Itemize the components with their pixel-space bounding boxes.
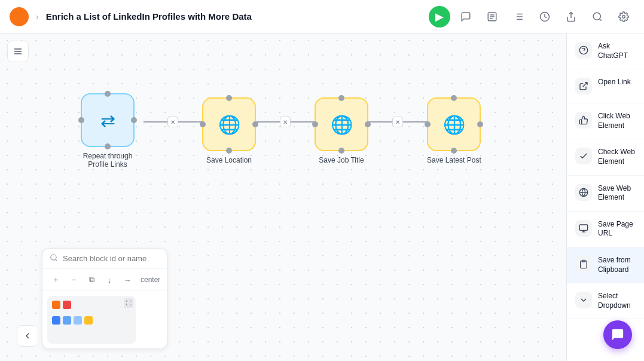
node-latestpost-label: Save Latest Post [427, 156, 481, 164]
canvas-area[interactable]: ⇄ Repeat through Profile Links ✕ 🌐 [0, 33, 566, 361]
menu-items-container: Ask ChatGPT Open Link Click Web Element … [567, 33, 644, 319]
node-jobtitle-label: Save Job Title [319, 156, 364, 164]
check-web-element-icon [575, 148, 592, 164]
click-web-element-icon [575, 112, 592, 129]
save-web-element-icon [575, 184, 592, 201]
dot-top [105, 91, 111, 97]
search-panel: ＋ － ⧉ ↓ → center [42, 248, 167, 349]
connector-3: ✕ [368, 117, 427, 127]
center-label: center [141, 276, 160, 284]
menu-item-save-web-element[interactable]: Save Web Element [567, 176, 644, 212]
preview-dot-red [63, 301, 71, 309]
save-page-url-label: Save Page URL [598, 220, 636, 238]
sidebar-toggle-button[interactable] [7, 41, 29, 62]
preview-dots-row [47, 296, 136, 311]
dot-bottom-3 [338, 148, 344, 154]
connector-x-3[interactable]: ✕ [392, 117, 403, 127]
preview-dot-blue2 [63, 316, 71, 325]
dot-bottom-4 [451, 148, 457, 154]
dot-right-2 [252, 121, 258, 127]
search-button[interactable] [587, 6, 608, 27]
play-button[interactable]: ▶ [429, 6, 450, 27]
minus-button[interactable]: － [66, 273, 81, 287]
dot-top-4 [451, 95, 457, 101]
repeat-icon: ⇄ [100, 110, 115, 131]
move-right-button[interactable]: → [120, 273, 135, 287]
connector-x-1[interactable]: ✕ [167, 117, 178, 127]
list-button[interactable] [508, 6, 529, 27]
menu-item-select-dropdown[interactable]: Select Dropdown [567, 283, 644, 319]
logo [10, 7, 29, 26]
globe-icon-3: 🌐 [443, 114, 465, 135]
main-area: ⇄ Repeat through Profile Links ✕ 🌐 [0, 33, 644, 361]
expand-icon[interactable]: ⛶ [124, 298, 133, 308]
dot-left-4 [425, 121, 431, 127]
menu-item-ask-chatgpt[interactable]: Ask ChatGPT [567, 33, 644, 69]
add-button[interactable]: ＋ [48, 273, 63, 287]
save-from-clipboard-icon [575, 256, 592, 273]
move-down-button[interactable]: ↓ [102, 273, 117, 287]
node-repeat-profile[interactable]: ⇄ Repeat through Profile Links [72, 93, 144, 169]
toolbar-row: ＋ － ⧉ ↓ → center [42, 269, 167, 291]
chat-button[interactable] [603, 320, 632, 349]
ask-chatgpt-label: Ask ChatGPT [598, 42, 636, 60]
dot-right-3 [365, 121, 371, 127]
preview-dots-row-2 [47, 311, 136, 327]
connector-x-2[interactable]: ✕ [280, 117, 291, 127]
preview-inner: ⛶ [47, 296, 136, 344]
search-input-row [42, 249, 167, 269]
preview-dot-blue1 [52, 316, 60, 325]
right-panel: Ask ChatGPT Open Link Click Web Element … [566, 33, 644, 361]
dot-top-3 [338, 95, 344, 101]
node-location-label: Save Location [206, 156, 252, 164]
search-icon [50, 253, 58, 264]
preview-dot-blue3 [74, 316, 82, 325]
dot-bottom [105, 143, 111, 149]
history-button[interactable] [534, 6, 556, 27]
menu-item-check-web-element[interactable]: Check Web Element [567, 139, 644, 175]
node-save-location[interactable]: 🌐 Save Location [202, 97, 256, 164]
svg-rect-25 [579, 225, 587, 230]
back-button[interactable] [17, 325, 38, 347]
page-title: Enrich a List of LinkedIn Profiles with … [46, 11, 422, 22]
svg-point-12 [593, 13, 600, 20]
notes-button[interactable] [481, 6, 503, 27]
svg-line-19 [56, 259, 57, 261]
preview-block: ⛶ [42, 291, 167, 348]
node-save-latest-post[interactable]: 🌐 Save Latest Post [427, 97, 481, 164]
save-from-clipboard-label: Save from Clipboard [598, 256, 636, 274]
menu-item-click-web-element[interactable]: Click Web Element [567, 103, 644, 139]
header: › Enrich a List of LinkedIn Profiles wit… [0, 0, 644, 33]
connector-1: ✕ [144, 117, 202, 127]
breadcrumb-chevron: › [36, 12, 39, 22]
copy-button[interactable]: ⧉ [84, 273, 99, 287]
node-save-job-title[interactable]: 🌐 Save Job Title [315, 97, 368, 164]
save-page-url-icon [575, 220, 592, 237]
share-button[interactable] [560, 6, 582, 27]
check-web-element-label: Check Web Element [598, 148, 636, 166]
header-actions: ▶ [429, 6, 634, 27]
preview-dot-yellow [84, 316, 93, 325]
node-repeat-label: Repeat through Profile Links [72, 152, 144, 169]
dot-left [78, 117, 84, 123]
select-dropdown-icon [575, 292, 592, 308]
svg-line-13 [599, 19, 601, 20]
select-dropdown-label: Select Dropdown [598, 292, 636, 310]
svg-rect-28 [582, 260, 585, 262]
dot-right-4 [477, 121, 483, 127]
click-web-element-label: Click Web Element [598, 112, 636, 130]
dot-bottom-2 [226, 148, 232, 154]
menu-item-save-page-url[interactable]: Save Page URL [567, 212, 644, 247]
globe-icon-2: 🌐 [331, 114, 353, 135]
menu-item-save-from-clipboard[interactable]: Save from Clipboard [567, 247, 644, 283]
dot-top-2 [226, 95, 232, 101]
ask-chatgpt-icon [575, 42, 592, 59]
settings-button[interactable] [613, 6, 634, 27]
save-web-element-label: Save Web Element [598, 184, 636, 203]
dot-left-3 [312, 121, 318, 127]
comment-button[interactable] [455, 6, 477, 27]
dot-right [131, 117, 137, 123]
search-input[interactable] [63, 254, 163, 263]
menu-item-open-link[interactable]: Open Link [567, 69, 644, 103]
open-link-label: Open Link [598, 78, 631, 87]
